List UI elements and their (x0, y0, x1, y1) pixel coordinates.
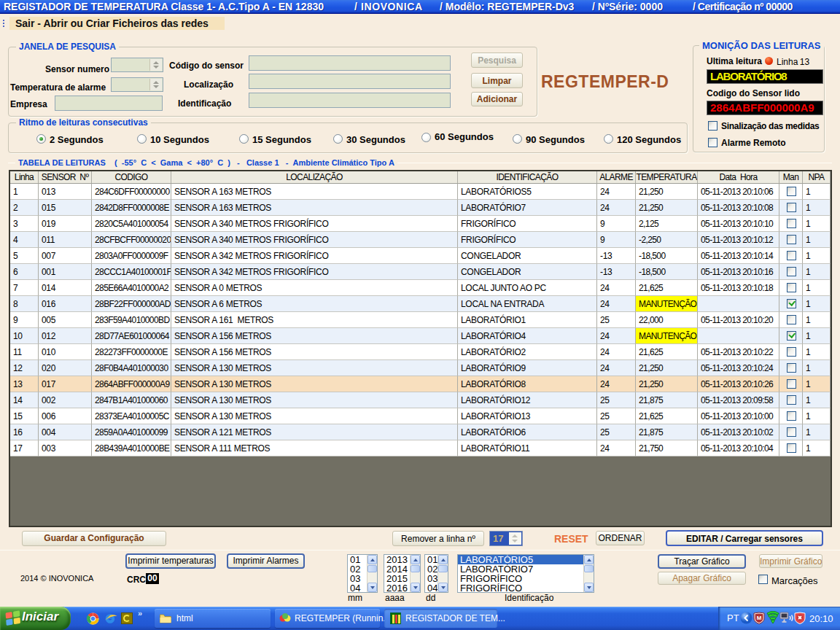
svg-text:M: M (757, 615, 762, 621)
